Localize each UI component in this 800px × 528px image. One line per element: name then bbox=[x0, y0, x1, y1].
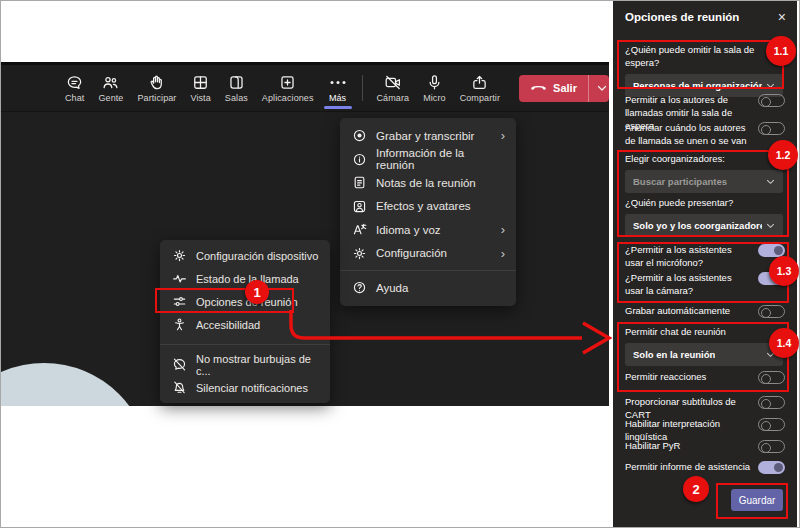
toolbar-apps-button[interactable]: Aplicaciones bbox=[255, 71, 321, 105]
attendee-mic-toggle[interactable] bbox=[758, 244, 785, 257]
meeting-chat-dropdown[interactable]: Solo en la reunión bbox=[625, 343, 783, 366]
toolbar-people-button[interactable]: Gente bbox=[91, 71, 130, 105]
submenu-item-meeting-options[interactable]: Opciones de reunión bbox=[160, 290, 330, 313]
qna-toggle[interactable] bbox=[758, 440, 785, 453]
chat-icon bbox=[66, 73, 83, 91]
submenu-item-accessibility[interactable]: Accesibilidad bbox=[160, 313, 330, 336]
more-dots-icon bbox=[328, 73, 348, 91]
presenters-field: ¿Quién puede presentar? Solo yo y los co… bbox=[625, 196, 785, 237]
toolbar-camera-button[interactable]: Cámara bbox=[370, 71, 417, 105]
leave-button[interactable]: Salir bbox=[519, 75, 609, 102]
chevron-down-icon bbox=[766, 179, 775, 185]
submenu-item-device-settings[interactable]: Configuración dispositivo bbox=[160, 244, 330, 267]
close-icon[interactable]: × bbox=[776, 10, 788, 24]
menu-item-help[interactable]: Ayuda bbox=[340, 276, 516, 300]
menu-item-effects-avatars[interactable]: Efectos y avatares bbox=[340, 195, 516, 219]
toolbar-view-button[interactable]: Vista bbox=[183, 71, 217, 105]
menu-item-label: Configuración bbox=[376, 247, 447, 259]
attendee-camera-toggle[interactable] bbox=[758, 272, 785, 285]
help-icon bbox=[351, 280, 367, 296]
submenu-item-hide-chat-bubbles[interactable]: No mostrar burbujas de c... bbox=[160, 353, 330, 376]
menu-item-label: Efectos y avatares bbox=[376, 200, 471, 212]
meeting-chat-field: Permitir chat de reunión Solo en la reun… bbox=[625, 325, 785, 366]
toolbar-label: Gente bbox=[98, 93, 123, 103]
reactions-row: Permitir reacciones bbox=[625, 370, 785, 384]
menu-item-meeting-info[interactable]: Información de la reunión bbox=[340, 148, 516, 172]
toolbar-raise-hand-button[interactable]: Participar bbox=[130, 71, 183, 105]
presenters-dropdown[interactable]: Solo yo y los coorganizadores bbox=[625, 214, 783, 237]
field-label: ¿Quién puede presentar? bbox=[625, 196, 785, 209]
toolbar-label: Micro bbox=[423, 93, 446, 103]
attendee-camera-row: ¿Permitir a los asistentes usar la cámar… bbox=[625, 271, 785, 297]
chat-bubble-off-icon bbox=[171, 357, 187, 373]
avatar-icon bbox=[351, 198, 367, 214]
chevron-down-icon bbox=[766, 223, 775, 229]
chevron-right-icon: › bbox=[501, 223, 505, 236]
call-health-icon bbox=[171, 271, 187, 287]
menu-item-label: Idioma y voz bbox=[376, 224, 441, 236]
menu-item-label: Ayuda bbox=[376, 282, 408, 294]
submenu-item-label: No mostrar burbujas de c... bbox=[196, 353, 319, 377]
attendance-report-toggle[interactable] bbox=[758, 461, 785, 474]
grid-view-icon bbox=[192, 73, 209, 91]
menu-item-label: Notas de la reunión bbox=[376, 177, 476, 189]
more-menu: Grabar y transcribir › Información de la… bbox=[340, 118, 516, 306]
bell-off-icon bbox=[171, 380, 187, 396]
submenu-divider bbox=[160, 344, 330, 345]
chevron-down-icon bbox=[766, 352, 775, 358]
menu-item-label: Grabar y transcribir bbox=[376, 130, 474, 142]
menu-item-label: Información de la reunión bbox=[376, 147, 505, 171]
panel-title: Opciones de reunión bbox=[625, 11, 739, 23]
announce-callers-row: Anunciar cuándo los autores de llamada s… bbox=[625, 121, 785, 147]
accessibility-icon bbox=[171, 317, 187, 333]
leave-label: Salir bbox=[553, 82, 577, 94]
rooms-icon bbox=[228, 73, 245, 91]
co-organizers-field: Elegir coorganizadores: Buscar participa… bbox=[625, 152, 785, 193]
participant-avatar-circle bbox=[0, 363, 150, 406]
save-button[interactable]: Guardar bbox=[731, 489, 783, 511]
cart-captions-toggle[interactable] bbox=[758, 396, 785, 409]
info-icon bbox=[351, 151, 367, 167]
submenu-item-label: Estado de la llamada bbox=[196, 273, 299, 285]
gear-icon bbox=[171, 248, 187, 264]
leave-options-chevron[interactable] bbox=[588, 75, 609, 102]
auto-record-row: Grabar automáticamente bbox=[625, 304, 785, 318]
toolbar-share-button[interactable]: Compartir bbox=[453, 71, 507, 105]
toolbar-chat-button[interactable]: Chat bbox=[58, 71, 91, 105]
record-icon bbox=[351, 128, 367, 144]
attendance-report-row: Permitir informe de asistencia bbox=[625, 460, 785, 474]
meeting-options-icon bbox=[171, 294, 187, 310]
menu-item-meeting-notes[interactable]: Notas de la reunión bbox=[340, 171, 516, 195]
lobby-bypass-field: ¿Quién puede omitir la sala de espera? P… bbox=[625, 43, 785, 97]
menu-item-language-voice[interactable]: Idioma y voz › bbox=[340, 218, 516, 242]
submenu-item-label: Silenciar notificaciones bbox=[196, 382, 308, 394]
submenu-item-call-health[interactable]: Estado de la llamada bbox=[160, 267, 330, 290]
toolbar-mic-button[interactable]: Micro bbox=[416, 71, 453, 105]
raise-hand-icon bbox=[148, 73, 165, 91]
qna-row: Habilitar PyR bbox=[625, 439, 785, 453]
menu-item-record-transcribe[interactable]: Grabar y transcribir › bbox=[340, 124, 516, 148]
field-label: ¿Quién puede omitir la sala de espera? bbox=[625, 43, 785, 69]
toolbar-label: Compartir bbox=[460, 93, 500, 103]
menu-item-settings[interactable]: Configuración › bbox=[340, 242, 516, 266]
chevron-right-icon: › bbox=[501, 129, 505, 142]
interpretation-toggle[interactable] bbox=[758, 418, 785, 431]
toolbar-label: Chat bbox=[65, 93, 84, 103]
toolbar-label: Vista bbox=[190, 93, 210, 103]
toolbar-more-button[interactable]: Más bbox=[321, 71, 355, 105]
toolbar-label: Cámara bbox=[377, 93, 410, 103]
reactions-toggle[interactable] bbox=[758, 371, 785, 384]
share-icon bbox=[471, 73, 488, 91]
menu-divider bbox=[340, 270, 516, 271]
notes-icon bbox=[351, 175, 367, 191]
toolbar-label: Participar bbox=[137, 93, 176, 103]
field-label: Elegir coorganizadores: bbox=[625, 152, 785, 165]
meeting-toolbar: Chat Gente Participar Vista Salas bbox=[0, 65, 609, 112]
announce-callers-toggle[interactable] bbox=[758, 122, 785, 135]
callers-bypass-toggle[interactable] bbox=[758, 94, 785, 107]
auto-record-toggle[interactable] bbox=[758, 305, 785, 318]
toolbar-rooms-button[interactable]: Salas bbox=[218, 71, 255, 105]
co-organizers-dropdown[interactable]: Buscar participantes bbox=[625, 170, 783, 193]
submenu-item-mute-notifications[interactable]: Silenciar notificaciones bbox=[160, 376, 330, 399]
submenu-item-label: Configuración dispositivo bbox=[196, 250, 318, 262]
